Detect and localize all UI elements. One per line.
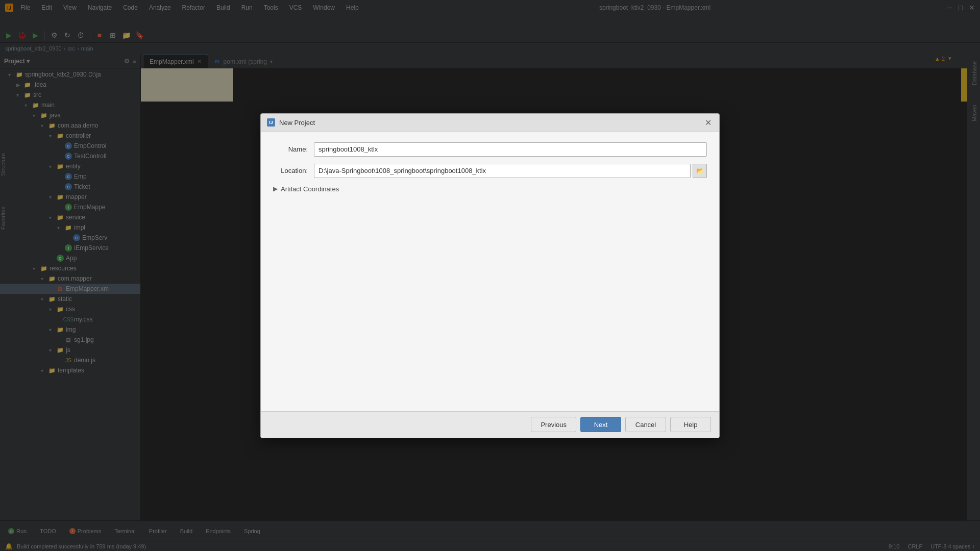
location-browse-button[interactable]: 📂 — [693, 164, 707, 178]
dialog-title-text: New Project — [279, 119, 315, 127]
dialog-content-area — [273, 197, 707, 401]
dialog-close-button[interactable]: ✕ — [703, 117, 713, 128]
location-input[interactable] — [314, 164, 691, 178]
modal-overlay: IJ New Project ✕ Name: Location: — [0, 0, 980, 551]
next-button[interactable]: Next — [580, 417, 621, 432]
dialog-title-bar: IJ New Project ✕ — [261, 114, 719, 132]
name-field-row: Name: — [273, 142, 707, 157]
artifact-section-label: Artifact Coordinates — [281, 185, 339, 193]
dialog-footer: Previous Next Cancel Help — [261, 411, 719, 438]
dialog-body: Name: Location: 📂 ▶ Artifac — [261, 132, 719, 411]
location-input-group: 📂 — [314, 164, 707, 178]
location-label: Location: — [273, 167, 314, 174]
cancel-button[interactable]: Cancel — [625, 417, 666, 432]
artifact-coordinates-section[interactable]: ▶ Artifact Coordinates — [273, 185, 707, 193]
location-field-row: Location: 📂 — [273, 164, 707, 178]
artifact-section-arrow: ▶ — [273, 185, 278, 192]
browse-icon: 📂 — [696, 167, 704, 174]
new-project-dialog: IJ New Project ✕ Name: Location: — [260, 113, 720, 438]
help-button[interactable]: Help — [670, 417, 711, 432]
name-input[interactable] — [314, 142, 707, 157]
previous-button[interactable]: Previous — [531, 417, 576, 432]
ide-background: IJ File Edit View Navigate Code Analyze … — [0, 0, 980, 551]
dialog-title-icon: IJ — [267, 118, 275, 127]
name-label: Name: — [273, 145, 314, 153]
